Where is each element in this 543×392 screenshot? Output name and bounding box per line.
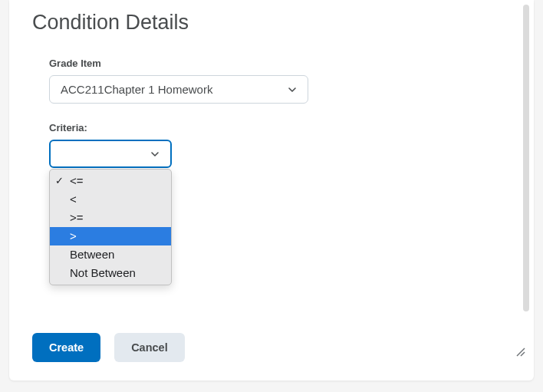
criteria-option[interactable]: Not Between [50,264,171,282]
criteria-option-label: >= [70,211,84,224]
button-row: Create Cancel [32,333,185,362]
criteria-option-label: > [70,229,77,242]
criteria-option[interactable]: > [50,227,171,245]
cancel-button[interactable]: Cancel [114,333,185,362]
criteria-label: Criteria: [49,122,511,133]
criteria-option[interactable]: ✓<= [50,172,171,190]
create-button[interactable]: Create [32,333,100,362]
svg-line-0 [517,348,525,356]
criteria-option-label: < [70,193,77,206]
chevron-down-icon [288,85,297,94]
grade-item-selected-value: ACC211Chapter 1 Homework [61,83,212,96]
criteria-dropdown-menu: ✓<=<>=>BetweenNot Between [49,169,172,285]
criteria-selected-value [61,147,64,160]
resize-handle-icon[interactable] [514,345,526,357]
scrollbar[interactable] [523,5,529,311]
criteria-option[interactable]: >= [50,209,171,227]
grade-item-select-wrapper: ACC211Chapter 1 Homework [49,75,308,104]
criteria-select-wrapper: ✓<=<>=>BetweenNot Between [49,140,172,168]
grade-item-label: Grade Item [49,58,511,69]
checkmark-icon: ✓ [55,173,64,189]
criteria-select[interactable] [49,140,172,168]
criteria-option[interactable]: Between [50,245,171,264]
page-title: Condition Details [32,11,511,35]
criteria-group: Criteria: ✓<=<>=>BetweenNot Between [49,122,511,168]
chevron-down-icon [150,150,160,159]
criteria-option-label: Not Between [70,266,136,279]
condition-details-panel: Condition Details Grade Item ACC211Chapt… [9,0,534,380]
grade-item-select[interactable]: ACC211Chapter 1 Homework [49,75,308,104]
criteria-option-label: <= [70,174,84,187]
svg-line-1 [521,352,525,356]
criteria-option[interactable]: < [50,190,171,209]
criteria-option-label: Between [70,248,114,261]
grade-item-group: Grade Item ACC211Chapter 1 Homework [49,58,511,104]
